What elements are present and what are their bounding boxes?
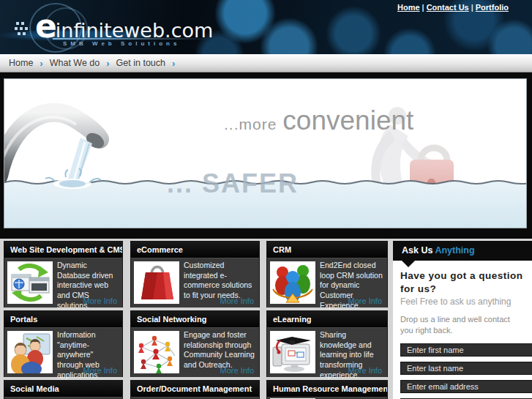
card-body: Sharing knowledge and learning into life…: [267, 327, 387, 377]
card-order-document-management: Order/Document Management: [130, 380, 260, 399]
ask-us-form: [400, 343, 531, 399]
more-info-link[interactable]: More Info: [83, 297, 117, 305]
card-portals: Portals Information "anytime-anywhere" t…: [4, 310, 123, 377]
ask-us-header-white: Ask Us: [402, 245, 432, 256]
nav-item-what-we-do[interactable]: What We do: [50, 58, 100, 68]
topbar-link-contact-us[interactable]: Contact Us: [427, 3, 469, 12]
ask-us-body-text: Drop us a line and well contact you righ…: [400, 314, 525, 336]
card-ecommerce: eCommerce Customized integrated e-commer…: [130, 241, 260, 307]
portal-people-icon: [7, 331, 53, 373]
page: einfiniteweb.com SMB Web Solutions Home|…: [0, 0, 532, 399]
topbar-link-home[interactable]: Home: [397, 3, 420, 12]
ask-us-header: Ask Us Anything: [393, 241, 532, 261]
card-title: Web Site Development & CMS: [4, 242, 122, 258]
hero-water-illustration: [4, 79, 527, 228]
chevron-right-icon: ›: [172, 58, 175, 69]
card-title: Social Networking: [131, 311, 259, 327]
ask-us-subheading: Feel Free to ask us anything: [400, 297, 531, 307]
card-title: eCommerce: [131, 242, 259, 258]
card-body: Customized integrated e-commerce solutio…: [131, 258, 259, 307]
card-description: Customized integrated e-commerce solutio…: [184, 261, 255, 301]
more-info-link[interactable]: More Info: [83, 366, 117, 375]
card-title: Portals: [4, 311, 122, 327]
shopping-bag-icon: [134, 261, 179, 304]
crm-people-icon: [270, 261, 315, 304]
hero-caption-convenient: ...more convenient: [224, 105, 413, 136]
cms-sync-icon: [7, 261, 53, 304]
speech-pointer-decoration: [402, 261, 415, 267]
graduation-monitor-icon: [270, 331, 315, 373]
logo-underline: [53, 38, 214, 40]
nav-item-get-in-touch[interactable]: Get in touch: [116, 58, 165, 68]
chevron-right-icon: ›: [40, 58, 42, 69]
card-social-media: Social Media: [4, 380, 123, 399]
main-navbar: Home › What We do › Get in touch ›: [0, 54, 532, 72]
card-elearning: eLearning Sharing knowled: [266, 310, 388, 377]
hero-caption-safer: ... SAFER: [167, 168, 299, 199]
last-name-input[interactable]: [400, 362, 532, 375]
card-title: Social Media: [4, 381, 122, 397]
network-people-icon: [134, 331, 179, 373]
more-info-link[interactable]: More Info: [348, 297, 382, 305]
card-body: Dynamic Database driven interactive web …: [4, 258, 122, 307]
card-social-networking: Social Networking: [130, 310, 260, 377]
topbar-separator: |: [471, 3, 473, 12]
ask-us-content: Have you got a question for us? Feel Fre…: [393, 261, 532, 399]
card-body: Information "anytime-anywhere" through w…: [4, 327, 122, 377]
card-title: Human Resource Management: [267, 381, 387, 397]
card-human-resource-management: Human Resource Management: [266, 380, 388, 399]
logo-tagline: SMB Web Solutions: [63, 40, 180, 47]
first-name-input[interactable]: [400, 343, 532, 357]
ask-us-header-accent: Anything: [435, 245, 474, 256]
topbar-links: Home|Contact Us|Portfolio: [397, 3, 509, 12]
topbar-separator: |: [422, 3, 424, 12]
chevron-right-icon: ›: [106, 58, 109, 69]
ask-us-sidebar: Ask Us Anything Have you got a question …: [393, 241, 532, 399]
more-info-link[interactable]: More Info: [220, 297, 254, 305]
site-header: einfiniteweb.com SMB Web Solutions Home|…: [0, 0, 532, 54]
ask-us-heading: Have you got a question for us?: [400, 269, 531, 295]
card-description: Engage and foster relationship through C…: [184, 330, 255, 370]
nav-item-home[interactable]: Home: [9, 58, 33, 68]
card-body: Engage and foster relationship through C…: [131, 327, 259, 377]
email-address-input[interactable]: [400, 380, 532, 393]
card-body: End2End closed loop CRM solution for dyn…: [267, 258, 387, 307]
hero-banner: ...more convenient ... SAFER: [4, 78, 527, 228]
card-crm: CRM End2End closed loop CRM solution for…: [266, 241, 388, 307]
logo-dots-icon: [15, 20, 35, 37]
faucet-graphic: [4, 113, 107, 189]
card-title: CRM: [267, 242, 387, 258]
more-info-link[interactable]: More Info: [348, 366, 382, 375]
topbar-link-portfolio[interactable]: Portfolio: [476, 3, 509, 12]
card-title: eLearning: [267, 311, 387, 327]
card-web-site-development-cms: Web Site Development & CMS Dynamic D: [4, 241, 123, 307]
hero-caption-more-text: ...more: [224, 116, 277, 133]
more-info-link[interactable]: More Info: [220, 366, 254, 375]
hero-band: ...more convenient ... SAFER: [0, 72, 532, 239]
hero-caption-convenient-text: convenient: [282, 105, 413, 136]
card-title: Order/Document Management: [131, 381, 259, 397]
